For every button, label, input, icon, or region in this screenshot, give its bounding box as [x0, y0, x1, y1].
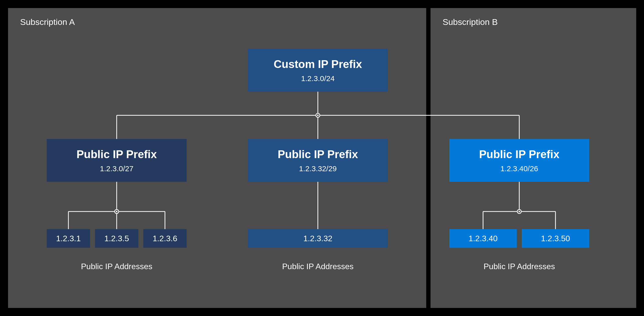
ip-address-value: 1.2.3.50 — [541, 234, 570, 243]
ip-address-leaf: 1.2.3.1 — [47, 229, 90, 248]
ip-address-leaf: 1.2.3.40 — [449, 229, 517, 248]
public-ip-prefix-node-2: Public IP Prefix 1.2.3.32/29 — [248, 139, 388, 182]
ip-address-value: 1.2.3.6 — [153, 234, 177, 243]
addresses-caption-3: Public IP Addresses — [449, 262, 589, 271]
ip-address-leaf: 1.2.3.32 — [248, 229, 388, 248]
ip-address-value: 1.2.3.40 — [468, 234, 498, 243]
public-ip-prefix-cidr-2: 1.2.3.32/29 — [299, 164, 337, 173]
ip-address-value: 1.2.3.32 — [303, 234, 332, 243]
ip-address-leaf: 1.2.3.50 — [522, 229, 589, 248]
custom-ip-prefix-title: Custom IP Prefix — [274, 58, 362, 71]
public-ip-prefix-title-1: Public IP Prefix — [76, 148, 157, 161]
ip-address-value: 1.2.3.1 — [56, 234, 81, 243]
subscription-a-label: Subscription A — [20, 17, 75, 27]
custom-ip-prefix-node: Custom IP Prefix 1.2.3.0/24 — [248, 49, 388, 92]
addresses-caption-2: Public IP Addresses — [248, 262, 388, 271]
ip-address-leaf: 1.2.3.5 — [95, 229, 138, 248]
public-ip-prefix-node-3: Public IP Prefix 1.2.3.40/26 — [449, 139, 589, 182]
public-ip-prefix-node-1: Public IP Prefix 1.2.3.0/27 — [47, 139, 187, 182]
public-ip-prefix-title-3: Public IP Prefix — [479, 148, 560, 161]
public-ip-prefix-cidr-1: 1.2.3.0/27 — [100, 164, 133, 173]
ip-address-value: 1.2.3.5 — [104, 234, 129, 243]
public-ip-prefix-cidr-3: 1.2.3.40/26 — [500, 164, 538, 173]
ip-address-leaf: 1.2.3.6 — [143, 229, 187, 248]
public-ip-prefix-title-2: Public IP Prefix — [278, 148, 358, 161]
subscription-b-label: Subscription B — [443, 17, 498, 27]
addresses-caption-1: Public IP Addresses — [47, 262, 187, 271]
custom-ip-prefix-cidr: 1.2.3.0/24 — [301, 74, 334, 83]
